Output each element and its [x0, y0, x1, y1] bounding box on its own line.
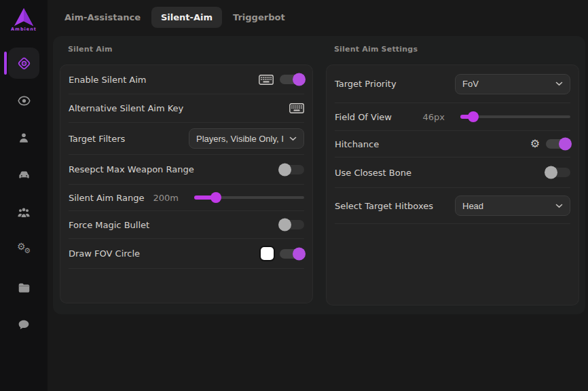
row-silent-aim-range: Silent Aim Range 200m: [69, 185, 304, 211]
brand-logo[interactable]: Ambient: [0, 0, 48, 39]
row-alternative-key: Alternative Silent Aim Key: [69, 94, 304, 123]
row-respect-weapon-range: Resepct Max Weapon Range: [69, 155, 304, 185]
draw-fov-circle-toggle[interactable]: [280, 249, 304, 259]
silent-aim-card: Enable Silent Aim: [60, 64, 313, 303]
crosshair-icon: [16, 56, 32, 71]
row-label: Silent Aim Range: [69, 193, 144, 203]
row-label: Resepct Max Weapon Range: [69, 164, 194, 174]
left-panel-title: Silent Aim: [60, 43, 313, 56]
row-label: Force Magic Bullet: [69, 220, 149, 230]
silent-aim-range-slider[interactable]: [194, 196, 304, 199]
tab-silent-aim[interactable]: Silent-Aim: [151, 7, 222, 28]
silent-aim-section: Silent Aim Enable Silent Aim: [60, 43, 313, 314]
silent-aim-settings-card: Target Priority FoV Field Of View 46px: [326, 64, 579, 305]
keyboard-icon[interactable]: [289, 103, 304, 113]
row-select-target-hitboxes: Select Target Hitboxes Head: [335, 188, 570, 224]
main-area: Aim-Assistance Silent-Aim Triggerbot Sil…: [48, 0, 588, 391]
row-label: Enable Silent Aim: [69, 75, 147, 85]
row-label: Draw FOV Circle: [69, 248, 140, 259]
right-panel-title: Silent Aim Settings: [326, 43, 579, 56]
slider-value: 46px: [423, 112, 445, 122]
force-magic-bullet-toggle[interactable]: [280, 220, 304, 229]
chevron-down-icon: [289, 136, 297, 141]
dropdown-value: FoV: [462, 79, 555, 89]
dropdown-value: Players, Visible Only, I: [196, 134, 289, 144]
chevron-down-icon: [555, 204, 563, 208]
tab-triggerbot[interactable]: Triggerbot: [233, 7, 285, 28]
row-target-priority: Target Priority FoV: [335, 65, 570, 103]
toggle-knob: [545, 166, 557, 179]
target-filters-dropdown[interactable]: Players, Visible Only, I: [189, 128, 304, 149]
app-window: Ambient: [0, 0, 588, 391]
sidebar-item-visuals[interactable]: [8, 85, 39, 116]
active-indicator: [4, 52, 7, 75]
hitchance-toggle[interactable]: [546, 139, 570, 149]
row-draw-fov-circle: Draw FOV Circle: [69, 239, 304, 269]
toggle-knob: [278, 163, 291, 176]
brand-name: Ambient: [11, 26, 37, 32]
row-target-filters: Target Filters Players, Visible Only, I: [69, 123, 304, 155]
fov-circle-color-swatch[interactable]: [261, 247, 274, 260]
row-label: Alternative Silent Aim Key: [69, 103, 183, 113]
row-hitchance: Hitchance ⚙: [335, 131, 570, 157]
field-of-view-slider[interactable]: [460, 115, 570, 118]
topbar: Aim-Assistance Silent-Aim Triggerbot: [48, 0, 588, 34]
row-label: Use Closest Bone: [335, 168, 411, 178]
sidebar-item-vehicle[interactable]: [8, 160, 39, 191]
row-enable-silent-aim: Enable Silent Aim: [69, 65, 304, 94]
row-label: Target Priority: [335, 79, 397, 89]
sidebar-nav: ⚙⚙: [0, 48, 48, 346]
toggle-knob: [559, 138, 572, 151]
folder-icon: [17, 281, 31, 294]
sidebar-item-chat[interactable]: [8, 309, 39, 340]
slider-knob[interactable]: [468, 111, 479, 122]
users-icon: [16, 206, 31, 219]
row-label: Target Filters: [69, 134, 125, 144]
gears-icon: ⚙⚙: [16, 243, 31, 257]
sidebar-item-aim[interactable]: [8, 48, 39, 79]
toggle-knob: [293, 73, 306, 86]
dropdown-value: Head: [462, 201, 555, 211]
user-icon: [17, 131, 31, 145]
row-label: Select Target Hitboxes: [335, 201, 433, 211]
respect-weapon-range-toggle[interactable]: [280, 165, 304, 174]
row-label: Hitchance: [335, 139, 379, 149]
chat-icon: [17, 318, 31, 331]
gear-icon[interactable]: ⚙: [530, 138, 540, 149]
target-priority-dropdown[interactable]: FoV: [455, 74, 570, 94]
row-field-of-view: Field Of View 46px: [335, 103, 570, 131]
sidebar-item-configs[interactable]: [8, 272, 39, 303]
silent-aim-settings-section: Silent Aim Settings Target Priority FoV …: [326, 43, 579, 314]
tab-aim-assistance[interactable]: Aim-Assistance: [65, 7, 141, 28]
target-hitboxes-dropdown[interactable]: Head: [455, 196, 570, 216]
content-panel: Silent Aim Enable Silent Aim: [53, 36, 585, 314]
row-use-closest-bone: Use Closest Bone: [335, 157, 570, 188]
sidebar-item-settings[interactable]: ⚙⚙: [8, 234, 39, 265]
slider-knob[interactable]: [210, 192, 221, 203]
sidebar-item-player[interactable]: [8, 122, 39, 153]
toggle-knob: [293, 247, 306, 260]
row-force-magic-bullet: Force Magic Bullet: [69, 211, 304, 239]
eye-icon: [17, 94, 31, 108]
sidebar: Ambient: [0, 0, 48, 391]
car-icon: [17, 168, 31, 183]
enable-silent-aim-toggle[interactable]: [280, 75, 304, 84]
toggle-knob: [278, 219, 291, 231]
chevron-down-icon: [555, 81, 563, 86]
keyboard-icon[interactable]: [259, 75, 274, 85]
use-closest-bone-toggle[interactable]: [546, 168, 570, 177]
arrowhead-logo-icon: [12, 7, 35, 28]
slider-value: 200m: [153, 193, 179, 203]
row-label: Field Of View: [335, 112, 392, 122]
sidebar-item-players[interactable]: [8, 197, 39, 228]
